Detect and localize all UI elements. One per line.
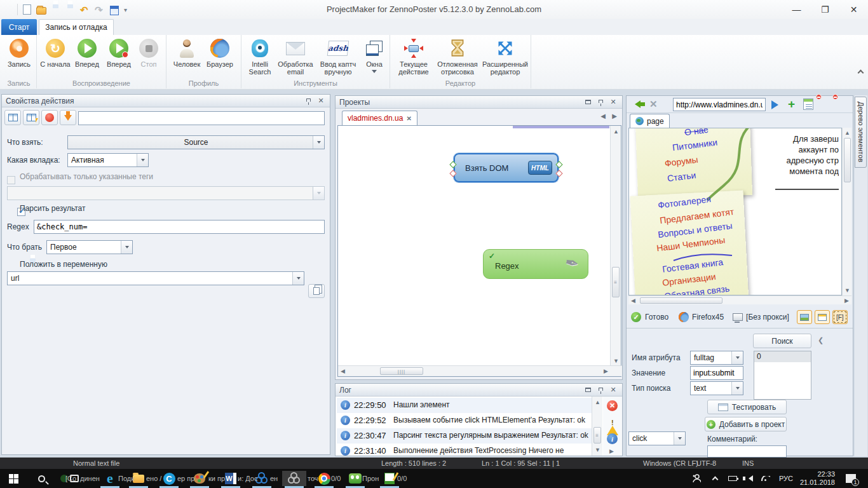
project-tab[interactable]: vladmines.dn.ua ✕: [342, 111, 417, 125]
close-button[interactable]: ✕: [839, 0, 868, 19]
log-row[interactable]: i 22:31:40 Выполнение действия TextProce…: [337, 444, 592, 456]
attr-value-input[interactable]: [690, 366, 743, 380]
restore-button[interactable]: ❐: [811, 0, 839, 19]
screenshot-toggle-icon[interactable]: [797, 310, 812, 324]
warnings-filter-icon[interactable]: [607, 411, 618, 435]
scroll-left-icon[interactable]: ◀: [631, 296, 635, 305]
elements-tree-tab[interactable]: Дерево элементов: [855, 97, 867, 168]
taskbar-capmonster-icon[interactable]: [347, 471, 363, 486]
intelli-search-button[interactable]: Intelli Search: [244, 36, 276, 76]
errors-filter-icon[interactable]: ✕: [607, 400, 618, 411]
minimize-button[interactable]: —: [782, 0, 811, 19]
pin-icon[interactable]: [595, 386, 606, 395]
scroll-down-icon[interactable]: ▼: [843, 286, 852, 295]
stop-load-icon[interactable]: ✕: [649, 98, 658, 110]
scroll-down-icon[interactable]: ▼: [592, 445, 603, 454]
close-icon[interactable]: ✕: [608, 98, 618, 107]
log-row[interactable]: i 22:30:47 Парсинг текста регулярным выр…: [337, 428, 592, 444]
page-source-icon[interactable]: [803, 98, 813, 110]
attr-name-select[interactable]: fulltag: [690, 351, 743, 365]
tab-record-debug[interactable]: Запись и отладка: [39, 19, 114, 35]
captcha-input-button[interactable]: adsh Ввод каптч вручную: [315, 36, 361, 76]
start-button[interactable]: [5, 471, 22, 486]
browser-version-label[interactable]: Firefox45: [692, 313, 724, 322]
windows-menu-button[interactable]: Окна: [361, 36, 388, 76]
scroll-right-icon[interactable]: ▶: [844, 296, 849, 305]
taskbar-chrome-icon[interactable]: [316, 471, 332, 486]
goto-action-button[interactable]: [60, 110, 76, 125]
step-button[interactable]: Вперед: [103, 36, 135, 68]
taskbar-edge-icon[interactable]: e: [102, 471, 118, 486]
close-icon[interactable]: ✕: [316, 97, 326, 105]
node-take-dom[interactable]: Взять DOM HTML: [454, 153, 559, 182]
taskbar-projectmaker-icon-active[interactable]: [282, 471, 306, 486]
event-select[interactable]: click: [628, 431, 686, 445]
ribbon-collapse-icon[interactable]: [858, 71, 863, 75]
vscroll-thumb[interactable]: ≡: [612, 267, 620, 297]
battery-icon[interactable]: [724, 471, 741, 486]
play-button[interactable]: Вперед: [71, 36, 103, 68]
deferred-render-button[interactable]: Отложенная отрисовка: [433, 36, 482, 76]
vscroll-thumb[interactable]: [844, 138, 851, 182]
which-tab-select[interactable]: Активная: [67, 153, 149, 167]
add-to-project-button[interactable]: +Добавить в проект: [705, 417, 787, 431]
comment-input[interactable]: [707, 445, 787, 458]
log-vscrollbar[interactable]: ▲ ≡ ▼: [592, 396, 602, 456]
clock[interactable]: 22:3321.01.2018: [799, 470, 835, 487]
connector-in-fail[interactable]: [449, 170, 456, 177]
advanced-editor-button[interactable]: Расширенный редактор: [482, 36, 529, 76]
search-icon[interactable]: [33, 471, 50, 486]
scroll-right-icon[interactable]: ▶: [604, 367, 608, 376]
back-icon[interactable]: [631, 100, 641, 108]
tab-start[interactable]: Старт: [1, 19, 37, 35]
test-button[interactable]: Тестировать: [707, 400, 787, 414]
language-indicator[interactable]: РУС: [775, 471, 797, 486]
properties-search-input[interactable]: [78, 111, 325, 125]
hscroll-thumb[interactable]: [640, 297, 722, 304]
go-icon[interactable]: [771, 100, 778, 109]
tab-close-icon[interactable]: ✕: [406, 115, 411, 122]
proxy-label[interactable]: [Без прокси]: [746, 313, 789, 322]
pin-icon[interactable]: [303, 97, 313, 105]
frame-toggle-icon[interactable]: [F]: [832, 310, 848, 324]
variable-select[interactable]: url: [7, 271, 304, 285]
result-item[interactable]: 0: [754, 351, 811, 362]
canvas-vscrollbar[interactable]: ▲ ≡ ▼: [610, 126, 621, 367]
scroll-left-icon[interactable]: ◀: [341, 367, 345, 376]
pin-icon[interactable]: [595, 98, 606, 107]
browser-viewport[interactable]: О нас Питомники Форумы Статьи Фотогалере…: [628, 128, 842, 295]
current-action-button[interactable]: Текущее действие: [394, 36, 433, 76]
what-take-select[interactable]: Source: [67, 135, 325, 149]
wifi-icon[interactable]: [757, 471, 774, 486]
url-input[interactable]: [673, 98, 766, 111]
maximize-icon[interactable]: [583, 386, 593, 395]
taskbar-notepad-icon[interactable]: [381, 471, 398, 486]
results-listbox[interactable]: 0: [754, 351, 811, 400]
search-type-select[interactable]: text: [690, 381, 743, 395]
breakpoint-button[interactable]: [41, 110, 58, 125]
email-processing-button[interactable]: Обработка email: [276, 36, 315, 76]
scroll-up-icon[interactable]: ▲: [843, 128, 852, 137]
people-icon[interactable]: [688, 471, 704, 486]
info-filter-icon[interactable]: i: [607, 433, 618, 444]
stop-button[interactable]: Стоп: [135, 36, 163, 68]
vscroll-thumb[interactable]: ≡: [593, 427, 601, 444]
log-row[interactable]: i 22:29:50 Нашли элемент: [337, 398, 592, 413]
scroll-up-icon[interactable]: ▲: [592, 398, 603, 407]
copy-button[interactable]: [308, 284, 325, 298]
human-button[interactable]: Человек: [170, 36, 203, 68]
page-vscrollbar[interactable]: ▲ ▼: [842, 128, 851, 295]
maximize-icon[interactable]: [583, 98, 593, 107]
scroll-down-icon[interactable]: ▼: [611, 356, 621, 365]
table-view-button[interactable]: [4, 110, 21, 125]
what-get-select[interactable]: Первое: [46, 240, 133, 254]
close-icon[interactable]: ✕: [608, 386, 618, 395]
browser-button[interactable]: Браузер: [203, 36, 236, 68]
scroll-up-icon[interactable]: ▲: [611, 127, 621, 136]
taskbar-ccleaner-icon[interactable]: C: [161, 471, 177, 486]
tray-expand-icon[interactable]: [707, 471, 723, 486]
collapse-chevron-icon[interactable]: ❮: [818, 336, 824, 344]
tab-scroll-right-icon[interactable]: ▶: [612, 112, 617, 119]
flowchart-canvas[interactable]: Взять DOM HTML ✓ Regex ✒: [337, 125, 621, 377]
connector-in-success[interactable]: [449, 161, 456, 168]
